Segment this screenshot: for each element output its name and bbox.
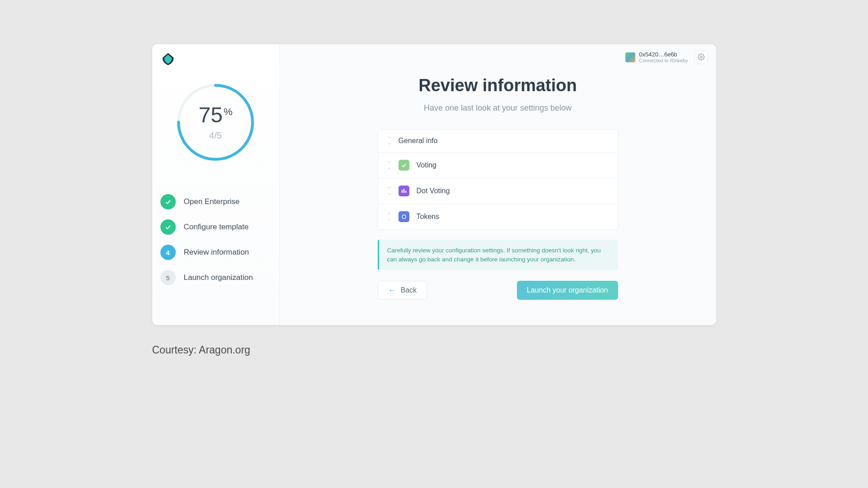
wallet-network: Connected to Rinkeby	[639, 58, 688, 63]
accordion-label: Tokens	[417, 213, 440, 221]
expand-icon: ⌃⌄	[387, 213, 391, 220]
accordion-label: General info	[399, 137, 438, 145]
progress-percent-value: 75	[199, 104, 223, 126]
check-icon	[160, 194, 176, 209]
check-icon	[160, 219, 176, 235]
step-label: Launch organization	[184, 273, 253, 282]
progress-percent-symbol: %	[224, 107, 233, 117]
progress-fraction: 4/5	[209, 130, 222, 141]
arrow-left-icon: ←	[388, 286, 396, 295]
step-review-information[interactable]: 4 Review information	[160, 245, 271, 260]
expand-icon: ⌃⌄	[387, 137, 391, 144]
svg-rect-4	[403, 189, 404, 193]
svg-rect-3	[401, 190, 402, 193]
step-number: 5	[160, 270, 176, 285]
aragon-logo-icon	[160, 51, 176, 67]
expand-icon: ⌃⌄	[387, 162, 391, 169]
wallet-address: 0x5420…6e6b	[639, 51, 688, 58]
info-banner: Carefully review your configuration sett…	[378, 240, 618, 270]
accordion-item-tokens[interactable]: ⌃⌄ Tokens	[378, 204, 618, 229]
header-right: 0x5420…6e6b Connected to Rinkeby	[625, 51, 708, 64]
wallet-info[interactable]: 0x5420…6e6b Connected to Rinkeby	[625, 51, 688, 63]
svg-rect-5	[405, 191, 406, 193]
gear-icon	[698, 53, 705, 62]
voting-app-icon	[399, 160, 409, 171]
launch-button-label: Launch your organization	[527, 286, 608, 294]
svg-point-6	[402, 215, 405, 218]
step-label: Open Enterprise	[184, 197, 240, 206]
launch-button[interactable]: Launch your organization	[517, 281, 618, 300]
main-content: Review information Have one last look at…	[280, 44, 716, 325]
step-label: Configure template	[184, 223, 249, 232]
accordion-item-voting[interactable]: ⌃⌄ Voting	[378, 153, 618, 178]
accordion-item-general-info[interactable]: ⌃⌄ General info	[378, 130, 618, 153]
review-accordion: ⌃⌄ General info ⌃⌄ Voting ⌃⌄ Dot Voting …	[378, 129, 618, 230]
back-button-label: Back	[401, 286, 417, 294]
step-open-enterprise[interactable]: Open Enterprise	[160, 194, 271, 209]
step-number: 4	[160, 245, 176, 260]
tokens-app-icon	[399, 211, 409, 222]
step-list: Open Enterprise Configure template 4 Rev…	[160, 194, 271, 285]
accordion-label: Dot Voting	[417, 187, 450, 195]
sidebar: 75 % 4/5 Open Enterprise Configure templ…	[152, 44, 280, 325]
page-subtitle: Have one last look at your settings belo…	[424, 103, 572, 113]
accordion-label: Voting	[417, 161, 436, 169]
button-row: ← Back Launch your organization	[378, 281, 618, 300]
progress-indicator: 75 % 4/5	[160, 82, 271, 163]
settings-button[interactable]	[694, 51, 708, 64]
courtesy-caption: Courtesy: Aragon.org	[152, 344, 716, 356]
back-button[interactable]: ← Back	[378, 281, 427, 300]
step-configure-template[interactable]: Configure template	[160, 219, 271, 235]
accordion-item-dot-voting[interactable]: ⌃⌄ Dot Voting	[378, 178, 618, 204]
svg-point-0	[700, 56, 702, 58]
expand-icon: ⌃⌄	[387, 187, 391, 195]
step-launch-organization[interactable]: 5 Launch organization	[160, 270, 271, 285]
app-window: 0x5420…6e6b Connected to Rinkeby	[152, 44, 716, 325]
dot-voting-app-icon	[399, 186, 409, 196]
step-label: Review information	[184, 248, 249, 257]
wallet-avatar-icon	[625, 52, 635, 62]
page-title: Review information	[418, 76, 577, 95]
